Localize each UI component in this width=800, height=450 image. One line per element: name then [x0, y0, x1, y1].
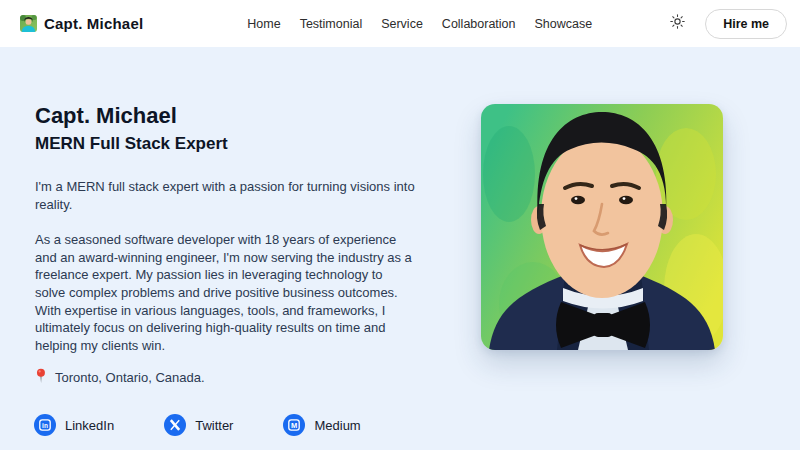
- hire-me-button[interactable]: Hire me: [705, 9, 787, 39]
- nav-link-service[interactable]: Service: [381, 17, 423, 31]
- svg-text:in: in: [42, 422, 48, 429]
- social-link-linkedin[interactable]: in LinkedIn: [34, 414, 114, 436]
- nav-link-collaboration[interactable]: Collaboration: [442, 17, 516, 31]
- navbar-right: Hire me: [670, 9, 787, 39]
- hero-title: Capt. Michael: [35, 103, 177, 129]
- brand-name: Capt. Michael: [44, 15, 143, 32]
- location-row: Toronto, Ontario, Canada.: [35, 368, 205, 387]
- avatar-logo-icon: [20, 15, 37, 32]
- nav-link-testimonial[interactable]: Testimonial: [300, 17, 363, 31]
- social-link-twitter[interactable]: Twitter: [164, 414, 233, 436]
- nav-link-home[interactable]: Home: [247, 17, 280, 31]
- social-label: Medium: [314, 418, 360, 433]
- social-link-medium[interactable]: M Medium: [283, 414, 360, 436]
- sun-icon: [670, 14, 685, 33]
- portrait-photo: [481, 104, 723, 350]
- hero-section: Capt. Michael MERN Full Stack Expert I'm…: [0, 47, 800, 450]
- round-pushpin-icon: [35, 368, 48, 387]
- hero-bio-paragraph: As a seasoned software developer with 18…: [35, 231, 415, 355]
- twitter-x-icon: [164, 414, 186, 436]
- theme-toggle[interactable]: [670, 14, 685, 33]
- nav-link-showcase[interactable]: Showcase: [535, 17, 593, 31]
- nav-links: Home Testimonial Service Collaboration S…: [247, 17, 592, 31]
- linkedin-icon: in: [34, 414, 56, 436]
- brand-logo[interactable]: Capt. Michael: [20, 15, 143, 32]
- location-text: Toronto, Ontario, Canada.: [55, 370, 205, 385]
- medium-icon: M: [283, 414, 305, 436]
- svg-text:M: M: [291, 421, 297, 430]
- social-label: Twitter: [195, 418, 233, 433]
- hero-subtitle: MERN Full Stack Expert: [35, 134, 228, 154]
- portrait-illustration: [481, 104, 723, 350]
- social-label: LinkedIn: [65, 418, 114, 433]
- social-links-row: in LinkedIn Twitter M Medium: [34, 414, 361, 436]
- hero-intro-paragraph: I'm a MERN full stack expert with a pass…: [35, 178, 415, 213]
- navbar: Capt. Michael Home Testimonial Service C…: [0, 0, 800, 47]
